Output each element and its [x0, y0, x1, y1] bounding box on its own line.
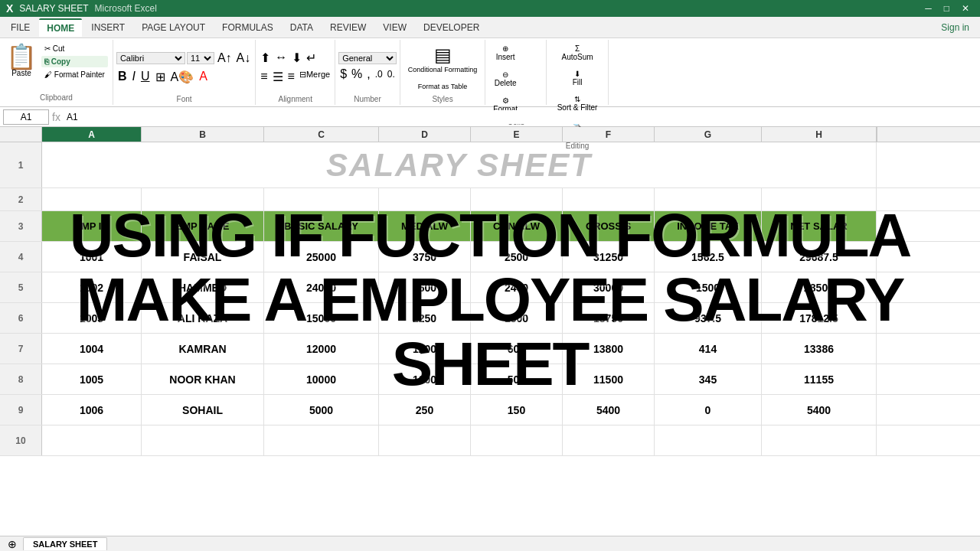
cell-e5[interactable]: 2400 [471, 272, 563, 302]
cell-d8[interactable]: 1000 [379, 364, 471, 394]
cell-e10[interactable] [471, 425, 563, 455]
cell-b6[interactable]: ALI RAZA [142, 303, 264, 333]
increase-decimal-icon[interactable]: .0 [374, 67, 384, 81]
cell-b9[interactable]: SOHAIL [142, 395, 264, 425]
tab-insert[interactable]: INSERT [83, 19, 132, 36]
cell-g7[interactable]: 414 [655, 334, 762, 364]
fill-color-icon[interactable]: A🎨 [169, 68, 196, 86]
cell-f2[interactable] [563, 188, 655, 210]
col-header-f[interactable]: F [563, 127, 655, 142]
cell-e7[interactable]: 600 [471, 334, 563, 364]
cell-g8[interactable]: 345 [655, 364, 762, 394]
cell-c3[interactable]: BASIC SALARY [264, 211, 379, 241]
tab-data[interactable]: DATA [283, 19, 321, 36]
autosum-button[interactable]: Σ AutoSum [550, 41, 604, 64]
comma-icon[interactable]: , [365, 66, 371, 83]
minimize-icon[interactable]: ─ [920, 3, 936, 14]
cell-f7[interactable]: 13800 [563, 334, 655, 364]
paste-button[interactable]: 📋 Paste [5, 43, 38, 79]
bold-icon[interactable]: B [116, 68, 129, 85]
cell-c4[interactable]: 25000 [264, 242, 379, 272]
col-header-g[interactable]: G [655, 127, 762, 142]
right-align-icon[interactable]: ≡ [286, 68, 296, 86]
formula-input[interactable] [64, 110, 977, 124]
insert-cells-button[interactable]: ⊕ Insert [488, 41, 522, 64]
cell-c5[interactable]: 24000 [264, 272, 379, 302]
cell-e3[interactable]: CON ALW [471, 211, 563, 241]
cell-f4[interactable]: 31250 [563, 242, 655, 272]
restore-icon[interactable]: □ [939, 3, 954, 14]
cell-h4[interactable]: 29687.5 [762, 242, 877, 272]
cell-h6[interactable]: 17812.5 [762, 303, 877, 333]
tab-pagelayout[interactable]: PAGE LAYOUT [134, 19, 213, 36]
cell-h10[interactable] [762, 425, 877, 455]
cell-g3[interactable]: INCOME TAX [655, 211, 762, 241]
cell-e2[interactable] [471, 188, 563, 210]
cell-f5[interactable]: 30000 [563, 272, 655, 302]
decrease-font-icon[interactable]: A↓ [235, 50, 253, 67]
merge-center-icon[interactable]: ⊟Merge [298, 68, 332, 86]
cell-a8[interactable]: 1005 [42, 364, 142, 394]
cell-d6[interactable]: 2250 [379, 303, 471, 333]
cell-e6[interactable]: 1500 [471, 303, 563, 333]
conditional-formatting-button[interactable]: ▤ Conditional Formatting [403, 41, 482, 77]
cell-d4[interactable]: 3750 [379, 242, 471, 272]
cell-a1[interactable]: SALARY SHEET [42, 142, 877, 187]
cell-d2[interactable] [379, 188, 471, 210]
cell-b7[interactable]: KAMRAN [142, 334, 264, 364]
italic-icon[interactable]: I [130, 68, 136, 85]
cell-c6[interactable]: 15000 [264, 303, 379, 333]
cell-b5[interactable]: HAMMED [142, 272, 264, 302]
percent-icon[interactable]: % [350, 66, 364, 83]
cell-h9[interactable]: 5400 [762, 395, 877, 425]
tab-home[interactable]: HOME [39, 18, 82, 37]
border-icon[interactable]: ⊞ [154, 68, 167, 86]
delete-cells-button[interactable]: ⊖ Delete [488, 67, 522, 90]
cell-b8[interactable]: NOOR KHAN [142, 364, 264, 394]
cell-e4[interactable]: 2500 [471, 242, 563, 272]
cell-g10[interactable] [655, 425, 762, 455]
col-header-b[interactable]: B [142, 127, 264, 142]
increase-font-icon[interactable]: A↑ [216, 50, 234, 67]
sheet-tab-salary[interactable]: SALARY SHEET [23, 537, 107, 550]
cell-g4[interactable]: 1562.5 [655, 242, 762, 272]
cell-c9[interactable]: 5000 [264, 395, 379, 425]
tab-view[interactable]: VIEW [375, 19, 414, 36]
format-as-table-button[interactable]: Format as Table [413, 80, 472, 93]
close-icon[interactable]: ✕ [957, 3, 974, 14]
font-family-select[interactable]: Calibri [116, 52, 185, 64]
cell-a2[interactable] [42, 188, 142, 210]
col-header-c[interactable]: C [264, 127, 379, 142]
cell-g9[interactable]: 0 [655, 395, 762, 425]
col-header-h[interactable]: H [762, 127, 877, 142]
cell-c2[interactable] [264, 188, 379, 210]
format-painter-button[interactable]: 🖌 Format Painter [41, 69, 108, 80]
cell-h7[interactable]: 13386 [762, 334, 877, 364]
font-color-icon[interactable]: A [198, 68, 209, 85]
left-align-icon[interactable]: ≡ [259, 68, 269, 86]
cell-a10[interactable] [42, 425, 142, 455]
cell-c7[interactable]: 12000 [264, 334, 379, 364]
cell-b2[interactable] [142, 188, 264, 210]
font-size-select[interactable]: 11 [187, 52, 214, 64]
cell-d5[interactable]: 3600 [379, 272, 471, 302]
cell-g5[interactable]: 1500 [655, 272, 762, 302]
cell-d3[interactable]: MED ALW [379, 211, 471, 241]
cell-f9[interactable]: 5400 [563, 395, 655, 425]
tab-file[interactable]: FILE [3, 19, 38, 36]
top-align-icon[interactable]: ⬆ [259, 49, 272, 67]
cell-a5[interactable]: 1002 [42, 272, 142, 302]
copy-button[interactable]: ⎘ Copy [41, 56, 108, 67]
cell-d10[interactable] [379, 425, 471, 455]
underline-icon[interactable]: U [139, 68, 152, 85]
cell-a4[interactable]: 1001 [42, 242, 142, 272]
wrap-text-icon[interactable]: ↵ [305, 49, 318, 67]
tab-review[interactable]: REVIEW [322, 19, 374, 36]
cell-g2[interactable] [655, 188, 762, 210]
col-header-d[interactable]: D [379, 127, 471, 142]
cell-a3[interactable]: EMP ID [42, 211, 142, 241]
center-align-icon[interactable]: ☰ [271, 68, 285, 86]
cell-f3[interactable]: GROSS S [563, 211, 655, 241]
number-format-select[interactable]: General [338, 52, 397, 64]
middle-align-icon[interactable]: ↔ [273, 49, 289, 67]
